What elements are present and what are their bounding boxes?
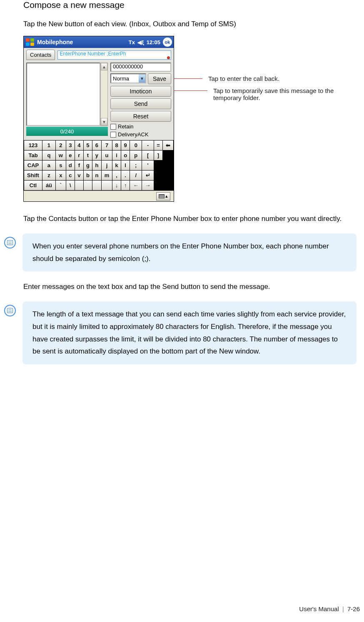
key-.[interactable]: . [121, 171, 130, 181]
key-;[interactable]: ; [130, 161, 142, 171]
key-0[interactable]: 0 [130, 140, 142, 150]
soft-keyboard[interactable]: 1231234567890-=⬅Tabqwertyuiop[]CAPasdfgh… [24, 140, 174, 191]
key-=[interactable]: = [154, 140, 162, 150]
callout-dot-1 [167, 56, 170, 59]
key--[interactable]: - [142, 140, 154, 150]
contacts-tab[interactable]: Contacts [26, 50, 55, 60]
key-p[interactable]: p [130, 150, 142, 161]
key-Tab[interactable]: Tab [24, 150, 42, 161]
key-z[interactable]: z [42, 171, 56, 181]
key-5[interactable]: 5 [83, 140, 92, 150]
sip-toggle-button[interactable]: ▴ [156, 192, 170, 201]
note-icon [4, 237, 16, 248]
key-u[interactable]: u [101, 150, 112, 161]
phone-number-input[interactable]: EnterPhone Number ;EnterPh [57, 50, 171, 60]
key-áü[interactable]: áü [42, 181, 56, 191]
key-m[interactable]: m [101, 171, 112, 181]
key-r[interactable]: r [75, 150, 83, 161]
key-6[interactable]: 6 [92, 140, 102, 150]
key-l[interactable]: l [121, 161, 130, 171]
key-v[interactable]: v [75, 171, 83, 181]
chevron-down-icon[interactable]: ▼ [139, 74, 145, 83]
key-c[interactable]: c [66, 171, 75, 181]
key-][interactable]: ] [154, 150, 162, 161]
key-o[interactable]: o [121, 150, 130, 161]
key-space[interactable] [83, 181, 92, 191]
key-h[interactable]: h [92, 161, 102, 171]
para-contacts: Tap the Contacts button or tap the Enter… [23, 213, 357, 225]
note-icon [4, 305, 16, 316]
key-1[interactable]: 1 [42, 140, 56, 150]
callback-input[interactable]: 0000000000 [110, 63, 171, 72]
delivery-checkbox[interactable] [110, 132, 116, 138]
callout-2: Tap to temporarily save this message to … [213, 87, 342, 101]
key-space[interactable] [101, 181, 112, 191]
key-Ctl[interactable]: Ctl [24, 181, 42, 191]
key-/[interactable]: / [130, 171, 142, 181]
key-b[interactable]: b [83, 171, 92, 181]
key-←[interactable]: ← [130, 181, 142, 191]
key-j[interactable]: j [101, 161, 112, 171]
note-box-1: When you enter several phone numbers on … [22, 233, 357, 272]
priority-value: Norma [113, 75, 129, 82]
sip-bar: ▴ [24, 191, 174, 201]
key-f[interactable]: f [75, 161, 83, 171]
imoticon-button[interactable]: Imoticon [110, 86, 171, 97]
key-s[interactable]: s [55, 161, 66, 171]
key-↑[interactable]: ↑ [121, 181, 130, 191]
key-9[interactable]: 9 [121, 140, 130, 150]
signal-icon[interactable]: Tx [129, 39, 135, 45]
key-x[interactable]: x [55, 171, 66, 181]
key-CAP[interactable]: CAP [24, 161, 42, 171]
key-`[interactable]: ` [55, 181, 66, 191]
key-'[interactable]: ' [142, 161, 154, 171]
save-button[interactable]: Save [148, 73, 171, 84]
key-2[interactable]: 2 [55, 140, 66, 150]
scroll-down-icon[interactable]: ▼ [101, 118, 107, 125]
callback-value: 0000000000 [113, 63, 143, 70]
key-8[interactable]: 8 [112, 140, 121, 150]
key-k[interactable]: k [112, 161, 121, 171]
key-↓[interactable]: ↓ [112, 181, 121, 191]
message-textarea[interactable] [26, 63, 100, 126]
key-a[interactable]: a [42, 161, 56, 171]
scrollbar[interactable]: ▲ ▼ [100, 63, 108, 126]
key-n[interactable]: n [92, 171, 102, 181]
delivery-label: DeliveryACK [118, 131, 149, 138]
key-⬅[interactable]: ⬅ [163, 140, 174, 150]
key-↵[interactable]: ↵ [142, 171, 154, 181]
reset-button[interactable]: Reset [110, 111, 171, 122]
callout-1: Tap to enter the call back. [208, 75, 279, 82]
key-d[interactable]: d [66, 161, 75, 171]
titlebar: Mobilephone Tx ◀ξ 12:05 ok [24, 36, 174, 48]
ok-button[interactable]: ok [163, 38, 172, 47]
key-q[interactable]: q [42, 150, 56, 161]
key-y[interactable]: y [92, 150, 102, 161]
key-w[interactable]: w [55, 150, 66, 161]
priority-select[interactable]: Norma ▼ [110, 73, 146, 83]
sound-icon[interactable]: ◀ξ [137, 39, 144, 45]
clock: 12:05 [147, 39, 160, 45]
send-button[interactable]: Send [110, 98, 171, 109]
phone-mock: Mobilephone Tx ◀ξ 12:05 ok Contacts Ente… [23, 36, 174, 202]
key-7[interactable]: 7 [101, 140, 112, 150]
key-g[interactable]: g [83, 161, 92, 171]
key-,[interactable]: , [112, 171, 121, 181]
key-Shift[interactable]: Shift [24, 171, 42, 181]
key-123[interactable]: 123 [24, 140, 42, 150]
key-4[interactable]: 4 [75, 140, 83, 150]
key-space[interactable] [75, 181, 83, 191]
subtext: Tap the New button of each view. (Inbox,… [23, 20, 357, 28]
key-e[interactable]: e [66, 150, 75, 161]
key-i[interactable]: i [112, 150, 121, 161]
key-[[interactable]: [ [142, 150, 154, 161]
key-\[interactable]: \ [66, 181, 75, 191]
key-t[interactable]: t [83, 150, 92, 161]
callout-line-2 [174, 90, 207, 91]
key-space[interactable] [92, 181, 102, 191]
key-3[interactable]: 3 [66, 140, 75, 150]
key-→[interactable]: → [142, 181, 154, 191]
sip-arrow-icon: ▴ [165, 193, 168, 199]
retain-checkbox[interactable] [110, 124, 116, 130]
scroll-up-icon[interactable]: ▲ [101, 63, 107, 70]
